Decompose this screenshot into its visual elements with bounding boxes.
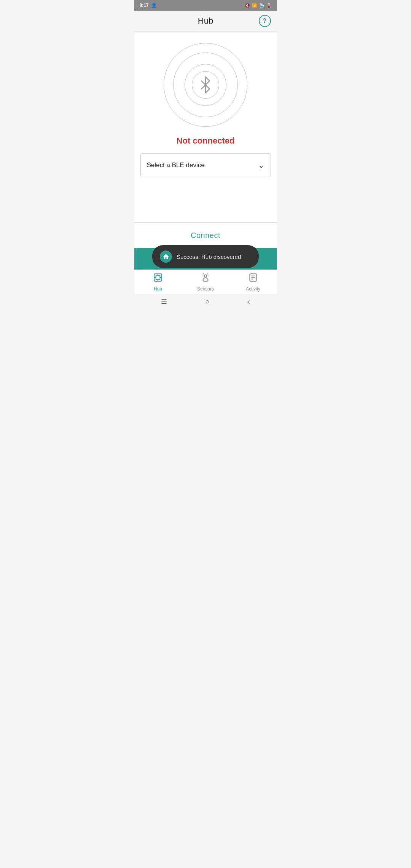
nav-item-activity[interactable]: Activity [229,270,277,294]
connection-status: Not connected [177,136,235,146]
bottom-nav: Hub Sensors Activity [134,270,277,294]
svg-rect-1 [156,275,160,279]
svg-line-7 [203,273,204,274]
svg-line-8 [207,273,208,274]
bluetooth-icon [199,76,212,94]
svg-point-6 [204,274,207,277]
help-icon: ? [263,18,267,24]
status-right: 🔇 📶 📡 🪫 [245,3,272,8]
page-title: Hub [198,16,213,26]
toast-icon [160,251,172,263]
toast-message: Success: Hub discovered [177,254,241,260]
ble-dropdown-label: Select a BLE device [147,161,205,169]
android-nav-bar: ☰ ○ ‹ [134,294,277,309]
chevron-down-icon: ⌄ [258,161,264,170]
nav-item-sensors[interactable]: Sensors [182,270,229,294]
connect-button[interactable]: Connect [134,222,277,248]
nav-item-hub[interactable]: Hub [134,270,182,294]
bluetooth-graphic [164,43,247,127]
status-bar: 8:17 👤 🔇 📶 📡 🪫 [134,0,277,11]
menu-button[interactable]: ☰ [161,297,167,306]
ble-device-dropdown[interactable]: Select a BLE device ⌄ [140,153,271,177]
activity-nav-icon [248,273,258,285]
battery-icon: 🪫 [266,3,272,8]
activity-nav-label: Activity [246,286,260,292]
wifi-icon: 📶 [252,3,257,8]
status-time: 8:17 [140,3,149,8]
home-button[interactable]: ○ [206,298,210,306]
sensors-nav-label: Sensors [197,286,214,292]
hub-nav-label: Hub [154,286,162,292]
back-button[interactable]: ‹ [248,298,250,306]
signal-icon: 📡 [259,3,264,8]
bluetooth-icon-wrapper [192,71,219,99]
status-user-icon: 👤 [151,3,157,8]
toast-notification: Success: Hub discovered [152,245,259,268]
app-header: Hub ? [134,11,277,32]
status-left: 8:17 👤 [140,3,157,8]
main-content: Not connected Select a BLE device ⌄ Conn… [134,32,277,270]
help-button[interactable]: ? [259,15,271,27]
hub-nav-icon [153,273,163,285]
sensors-nav-icon [201,273,210,285]
mute-icon: 🔇 [245,3,250,8]
